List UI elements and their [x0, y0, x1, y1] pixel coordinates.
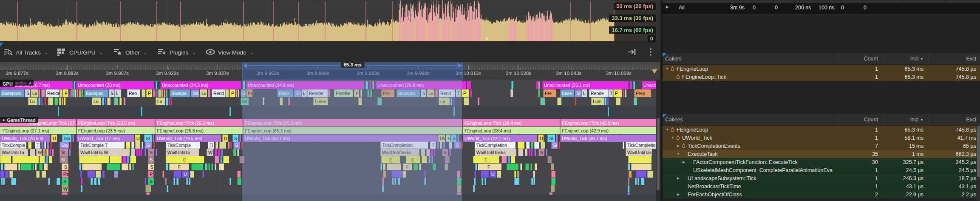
timing-event-sliver[interactable] — [534, 142, 539, 149]
timing-event-sliver[interactable] — [538, 89, 540, 97]
timing-event-sliver[interactable] — [237, 178, 241, 185]
timing-event-sliver[interactable] — [551, 185, 555, 192]
timing-event-sliver[interactable] — [510, 89, 513, 97]
timing-event-sliver[interactable] — [107, 98, 110, 105]
timing-event[interactable]: WaitUntilTa — [166, 149, 199, 156]
timing-event[interactable]: Sh — [191, 89, 199, 97]
timing-event[interactable]: E — [166, 156, 204, 163]
timing-event[interactable]: Ren — [127, 89, 140, 97]
timing-event-sliver[interactable] — [547, 156, 552, 163]
frame-time-graph-track[interactable]: 50 ms (20 fps)33.3 ms (30 fps)16.7 ms (6… — [0, 0, 660, 43]
table-row[interactable]: ▶ULandscapeSubsystem::Tick1246.3 µs18.7 … — [663, 174, 980, 182]
timing-event[interactable]: Base — [560, 89, 574, 97]
timing-event-sliver[interactable] — [190, 171, 194, 178]
timing-event-sliver[interactable] — [551, 178, 555, 185]
timing-event-sliver[interactable] — [41, 142, 43, 149]
jump-to-end-button[interactable] — [628, 43, 637, 62]
track-label-gpu[interactable]: GPU — [0, 81, 15, 87]
timing-event-sliver[interactable] — [102, 98, 104, 105]
timing-event-sliver[interactable] — [514, 178, 519, 185]
timing-event-sliver[interactable] — [536, 81, 538, 89]
more-options-button[interactable] — [649, 43, 652, 62]
timing-event[interactable]: E — [473, 156, 499, 163]
timing-event-sliver[interactable] — [156, 149, 157, 156]
frame-time-graph[interactable] — [0, 0, 660, 43]
timing-event-sliver[interactable] — [208, 164, 210, 170]
timing-event-sliver[interactable] — [526, 142, 530, 149]
timing-event[interactable]: S — [25, 89, 30, 97]
timing-event-sliver[interactable] — [634, 98, 637, 105]
timing-event-sliver[interactable] — [140, 149, 142, 156]
timing-event-sliver[interactable] — [219, 142, 226, 149]
timing-event-sliver[interactable] — [607, 98, 609, 105]
timing-event-sliver[interactable] — [79, 89, 81, 97]
timing-event[interactable]: FEngineLoop::Tick (42.9 ms) — [560, 119, 660, 126]
column-header-incl[interactable]: Incl▼ — [883, 114, 929, 125]
timing-event-sliver[interactable] — [474, 178, 476, 185]
table-row[interactable]: ▶ForEachObjectOfClass222.9 µs2.2 µs — [663, 190, 980, 198]
timing-event-sliver[interactable] — [122, 164, 128, 170]
timing-event[interactable]: Lu — [200, 89, 207, 97]
timing-event[interactable]: S — [232, 135, 238, 142]
timing-event-sliver[interactable] — [76, 89, 78, 97]
timing-event-sliver[interactable] — [531, 142, 533, 149]
timing-event-sliver[interactable] — [153, 135, 154, 142]
timing-event-sliver[interactable] — [94, 178, 96, 185]
row-expander-icon[interactable]: ▼ — [675, 152, 681, 156]
timing-event-sliver[interactable] — [633, 81, 635, 89]
timing-event-sliver[interactable] — [81, 178, 82, 185]
timing-event-sliver[interactable] — [508, 156, 510, 163]
timing-event-sliver[interactable] — [631, 164, 651, 170]
timing-event-sliver[interactable] — [533, 171, 535, 178]
timing-event-sliver[interactable] — [514, 171, 516, 178]
timing-event[interactable]: S — [148, 178, 154, 185]
timing-event[interactable]: W — [36, 149, 42, 156]
timing-event-sliver[interactable] — [189, 178, 190, 185]
timing-event-sliver[interactable] — [186, 178, 188, 185]
timing-event-sliver[interactable] — [627, 192, 630, 195]
column-header-name[interactable]: Callees — [663, 117, 838, 123]
timing-event[interactable]: Lum — [591, 98, 604, 105]
timing-event-sliver[interactable] — [72, 135, 74, 142]
timing-event[interactable]: Unaccounted (24.3 ms) — [160, 81, 241, 89]
timing-event-sliver[interactable] — [467, 81, 471, 89]
timing-event-sliver[interactable] — [30, 149, 35, 156]
timing-event-sliver[interactable] — [47, 142, 49, 149]
timing-event-sliver[interactable] — [647, 171, 653, 178]
timing-event[interactable]: UWorld_Tick (19.5 ms) — [155, 135, 221, 142]
timing-event[interactable]: UWorld_Tick (17 ms) — [76, 135, 134, 142]
timing-event-sliver[interactable] — [81, 185, 82, 192]
timing-event[interactable]: Unaccounted (23 ms) — [76, 81, 154, 89]
timing-event-sliver[interactable] — [520, 164, 522, 170]
timing-event-sliver[interactable] — [541, 142, 545, 149]
timing-event-sliver[interactable] — [161, 89, 163, 97]
timing-event[interactable]: Ti — [208, 142, 214, 149]
timing-event[interactable]: U — [51, 135, 57, 142]
timing-event-sliver[interactable] — [5, 171, 8, 178]
timing-event-sliver[interactable] — [156, 81, 157, 89]
timing-event[interactable]: P — [146, 89, 152, 97]
timing-event[interactable]: FEngineLoop::Tick (26.3 ms) — [155, 119, 243, 126]
timing-event-sliver[interactable] — [119, 98, 122, 105]
timing-event-sliver[interactable] — [481, 171, 489, 178]
timing-event[interactable]: TickCompletion — [475, 142, 515, 149]
timing-event-sliver[interactable] — [131, 149, 135, 156]
timing-event[interactable]: U — [538, 135, 544, 142]
timing-event-sliver[interactable] — [28, 142, 31, 149]
timing-event-sliver[interactable] — [49, 149, 51, 156]
timing-event-sliver[interactable] — [229, 178, 231, 185]
timing-event-sliver[interactable] — [208, 89, 210, 97]
timing-event-sliver[interactable] — [215, 156, 219, 163]
timing-event[interactable]: Rende — [45, 89, 59, 97]
timing-event-sliver[interactable] — [155, 89, 157, 97]
timing-event[interactable]: Sh — [575, 89, 581, 97]
row-expander-icon[interactable]: ▶ — [675, 144, 681, 148]
column-header-incl[interactable]: Incl▼ — [883, 53, 929, 64]
row-expander-icon[interactable]: ▼ — [664, 67, 670, 71]
timing-event-sliver[interactable] — [20, 164, 31, 170]
timing-event-sliver[interactable] — [511, 81, 513, 89]
timing-event[interactable]: Sl — [551, 142, 558, 149]
timing-event-sliver[interactable] — [551, 171, 555, 178]
timing-event-sliver[interactable] — [167, 185, 168, 192]
timing-event-sliver[interactable] — [478, 98, 479, 105]
